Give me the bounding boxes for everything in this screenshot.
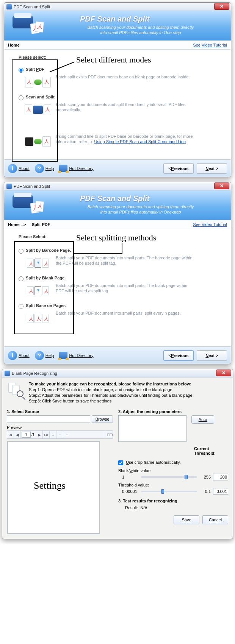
banner-logo — [9, 14, 47, 37]
command-line-link[interactable]: Using Simple PDF Scan and Split Command … — [94, 139, 186, 144]
app-icon — [5, 371, 10, 376]
step1-text: Step1: Open a PDF which include blank pa… — [29, 387, 193, 393]
close-button[interactable]: ✕ — [214, 182, 229, 189]
auto-button[interactable]: Auto — [191, 415, 214, 424]
bw-slider-row: 1 255 — [122, 474, 228, 480]
window-title: PDF Scan and Split — [14, 5, 50, 9]
option-desc: Batch split your PDF documents into smal… — [56, 255, 196, 266]
hot-directory-link[interactable]: Hot Directory — [69, 353, 93, 358]
zoom-in-button[interactable]: + — [63, 431, 70, 438]
bw-max: 255 — [199, 475, 211, 479]
window-title: PDF Scan and Split — [14, 184, 50, 189]
bw-slider[interactable] — [141, 476, 197, 478]
breadcrumb: Home --> Split PDF — [8, 222, 50, 227]
instructions: To make your blank page can be recognize… — [7, 381, 228, 404]
titlebar: PDF Scan and Split ✕ — [4, 3, 231, 11]
result-value: N/A — [140, 505, 147, 510]
option-desc: Batch split exists PDF documents base on… — [56, 74, 190, 80]
section-adjust-params: 2. Adjust the testing parameters — [118, 409, 228, 414]
previous-button[interactable]: < Previous — [163, 350, 194, 361]
fit-button[interactable]: ↔ — [50, 431, 56, 438]
footer-bar: i About ? Help Hot Directory < Previous … — [4, 159, 231, 177]
hot-directory-icon — [59, 352, 67, 359]
page-input[interactable] — [22, 432, 31, 438]
right-column: 2. Adjust the testing parameters Auto Cu… — [118, 408, 228, 534]
annotation-text: Select splitting methods — [76, 233, 156, 243]
dialog-content: To make your blank page can be recognize… — [2, 377, 233, 539]
section-test-results: 3. Test results for recognizing — [118, 499, 228, 503]
option-desc: Batch scan your documents and split them… — [56, 102, 196, 112]
threshold-slider-row: 0.00001 0.1 — [122, 488, 228, 495]
next-button[interactable]: Next > — [197, 350, 227, 361]
instructions-icon — [7, 381, 25, 398]
breadcrumb-bar: Home See Video Tutorial — [4, 41, 231, 50]
option-desc: Batch split your PDF document into small… — [56, 310, 181, 316]
first-page-button[interactable]: ⏮ — [7, 431, 14, 438]
window-mode-select: PDF Scan and Split ✕ PDF Scan and Split … — [4, 2, 231, 177]
zoom-out-button[interactable]: − — [56, 431, 63, 438]
annotation-line — [74, 253, 122, 254]
threshold-label: Threshold value: — [118, 483, 228, 487]
info-icon: i — [8, 164, 17, 173]
about-link[interactable]: About — [19, 353, 30, 358]
video-tutorial-link[interactable]: See Video Tutorial — [193, 222, 227, 227]
banner-title: PDF Scan and Split — [80, 194, 149, 203]
threshold-slider[interactable] — [141, 491, 197, 492]
titlebar: PDF Scan and Split ✕ — [4, 182, 231, 190]
option-desc: Batch split your PDF documents into smal… — [56, 283, 196, 293]
instructions-header: To make your blank page can be recognize… — [29, 381, 193, 387]
thumb-view-button[interactable]: ▢▢ — [106, 431, 113, 438]
annotation-settings: Settings — [34, 480, 66, 491]
next-button[interactable]: Next > — [197, 163, 227, 174]
breadcrumb-bar: Home --> Split PDF See Video Tutorial — [4, 220, 231, 229]
bw-value-input[interactable] — [213, 474, 228, 480]
footer-bar: i About ? Help Hot Directory < Previous … — [4, 346, 231, 364]
th-value-input[interactable] — [213, 488, 228, 495]
preview-area: Settings — [7, 441, 100, 534]
window-split-method: PDF Scan and Split ✕ PDF Scan and Split … — [4, 182, 231, 364]
banner-logo — [9, 193, 47, 217]
help-link[interactable]: Help — [45, 166, 54, 171]
annotation-text: Select different modes — [76, 55, 151, 65]
titlebar: Blank Page Recognizing ✕ — [2, 369, 233, 377]
banner-subtitle: Batch scanning your documents and spliti… — [61, 204, 220, 215]
banner-subtitle: Batch scanning your documents and spliti… — [61, 25, 220, 35]
result-label: Result: — [125, 505, 138, 510]
source-input[interactable] — [7, 415, 90, 423]
prev-page-button[interactable]: ◀ — [14, 431, 21, 438]
hot-directory-icon — [59, 165, 67, 172]
browse-button[interactable]: Browse — [92, 415, 113, 423]
test-preview-box — [118, 415, 186, 442]
cancel-button[interactable]: Cancel — [202, 515, 228, 524]
last-page-button[interactable]: ⏭ — [43, 431, 50, 438]
video-tutorial-link[interactable]: See Video Tutorial — [193, 43, 227, 47]
preview-label: Preview — [7, 425, 113, 430]
pager-toolbar: ⏮ ◀ /1 ▶ ⏭ ↔ − + ▢▢ — [7, 430, 113, 439]
help-icon: ? — [35, 351, 44, 360]
annotation-line-v — [122, 243, 122, 254]
save-button[interactable]: Save — [174, 515, 199, 524]
left-column: 1. Select Source Browse Preview ⏮ ◀ /1 ▶… — [7, 408, 113, 534]
page-total: /1 — [31, 433, 34, 437]
current-threshold-label: Current Threshold: — [194, 446, 228, 455]
next-page-button[interactable]: ▶ — [36, 431, 43, 438]
app-icon — [6, 184, 12, 189]
close-button[interactable]: ✕ — [214, 3, 229, 10]
use-crop-label: Use crop frame automatically. — [126, 460, 181, 465]
info-icon: i — [8, 351, 17, 360]
previous-button[interactable]: < Previous — [163, 163, 194, 174]
banner: PDF Scan and Split Batch scanning your d… — [4, 190, 231, 220]
step2-text: Step2: Adjust the parameters for Thresho… — [29, 393, 193, 398]
th-max: 0.1 — [199, 489, 211, 494]
bw-min: 1 — [122, 475, 139, 479]
hot-directory-link[interactable]: Hot Directory — [69, 166, 93, 171]
window-title: Blank Page Recognizing — [12, 371, 57, 376]
content-area: Please select: Select different modes Sp… — [4, 50, 231, 159]
close-button[interactable]: ✕ — [216, 370, 231, 376]
about-link[interactable]: About — [19, 166, 30, 171]
bw-label: Black/white value: — [118, 468, 228, 473]
content-area: Please Select: Select splitting methods … — [4, 229, 231, 346]
breadcrumb: Home — [8, 43, 20, 47]
use-crop-checkbox[interactable] — [118, 460, 123, 465]
help-link[interactable]: Help — [45, 353, 54, 358]
